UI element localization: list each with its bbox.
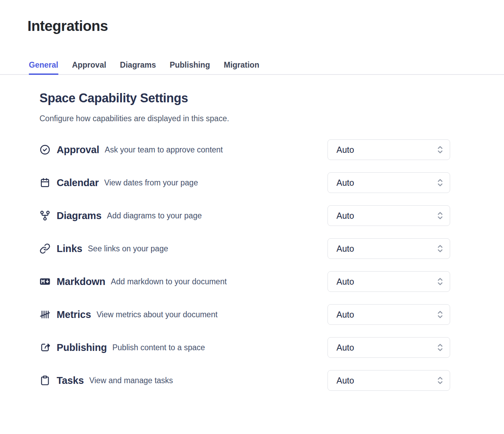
capability-info: Links See links on your page [39,243,168,254]
chevron-up-down-icon [436,144,444,155]
section-title: Space Capability Settings [39,91,450,106]
tasks-visibility-select[interactable]: Auto [328,370,450,391]
capability-row-markdown: Markdown Add markdown to your document A… [39,271,450,292]
capability-row-diagrams: Diagrams Add diagrams to your page Auto [39,205,450,226]
integrations-settings-page: Integrations GeneralApprovalDiagramsPubl… [0,0,504,434]
capability-info: Publishing Publish content to a space [39,342,205,353]
select-value: Auto [336,178,354,188]
capability-name: Metrics [57,309,91,320]
capability-list: Approval Ask your team to approve conten… [39,139,450,391]
capability-info: Calendar View dates from your page [39,177,198,189]
clipboard-icon [39,375,50,386]
calendar-icon [39,177,50,188]
select-value: Auto [336,277,354,287]
chevron-up-down-icon [436,210,444,221]
chevron-up-down-icon [436,276,444,287]
tab-bar: GeneralApprovalDiagramsPublishingMigrati… [0,60,504,75]
approval-visibility-select[interactable]: Auto [328,139,450,160]
select-value: Auto [336,145,354,155]
select-value: Auto [336,376,354,386]
publishing-visibility-select[interactable]: Auto [328,337,450,358]
links-visibility-select[interactable]: Auto [328,238,450,259]
git-fork-icon [39,210,50,221]
capability-name: Approval [57,144,99,156]
capability-name: Links [57,243,82,254]
capability-row-links: Links See links on your page Auto [39,238,450,259]
markdown-icon [39,276,50,287]
capability-name: Calendar [57,177,99,189]
capability-info: Metrics View metrics about your document [39,309,218,320]
capability-name: Diagrams [57,210,102,221]
capability-description: Add markdown to your document [111,277,227,286]
capability-row-calendar: Calendar View dates from your page Auto [39,172,450,193]
capability-row-tasks: Tasks View and manage tasks Auto [39,370,450,391]
chevron-up-down-icon [436,375,444,386]
capability-info: Markdown Add markdown to your document [39,276,227,287]
capability-info: Diagrams Add diagrams to your page [39,210,202,221]
select-value: Auto [336,310,354,320]
chevron-up-down-icon [436,177,444,188]
select-value: Auto [336,343,354,353]
calendar-visibility-select[interactable]: Auto [328,172,450,193]
capability-description: See links on your page [88,244,168,253]
tab-migration[interactable]: Migration [224,60,260,74]
capability-info: Tasks View and manage tasks [39,375,173,386]
capability-name: Markdown [57,276,105,287]
metrics-visibility-select[interactable]: Auto [328,304,450,325]
capability-name: Publishing [57,342,107,353]
capability-description: View metrics about your document [96,310,217,319]
tab-publishing[interactable]: Publishing [170,60,210,74]
capability-info: Approval Ask your team to approve conten… [39,144,223,156]
tab-approval[interactable]: Approval [72,60,106,74]
capability-description: Publish content to a space [112,343,205,352]
link-icon [39,243,50,254]
capability-name: Tasks [57,375,84,386]
share-icon [39,342,50,353]
capability-description: View dates from your page [104,178,198,187]
tab-general[interactable]: General [29,60,58,74]
section-description: Configure how capabilities are displayed… [39,113,450,124]
capability-row-metrics: Metrics View metrics about your document… [39,304,450,325]
page-title: Integrations [27,17,504,35]
capability-description: Ask your team to approve content [105,145,223,155]
chevron-up-down-icon [436,309,444,320]
markdown-visibility-select[interactable]: Auto [328,271,450,292]
capability-description: View and manage tasks [89,376,173,385]
chevron-up-down-icon [436,342,444,353]
select-value: Auto [336,211,354,221]
select-value: Auto [336,244,354,254]
general-tab-panel: Space Capability Settings Configure how … [39,91,450,391]
capability-row-approval: Approval Ask your team to approve conten… [39,139,450,160]
chevron-up-down-icon [436,243,444,254]
capability-description: Add diagrams to your page [107,211,202,220]
tab-diagrams[interactable]: Diagrams [120,60,156,74]
capability-row-publishing: Publishing Publish content to a space Au… [39,337,450,358]
diagrams-visibility-select[interactable]: Auto [328,205,450,226]
circle-check-icon [39,144,50,155]
tally-icon [39,309,50,320]
